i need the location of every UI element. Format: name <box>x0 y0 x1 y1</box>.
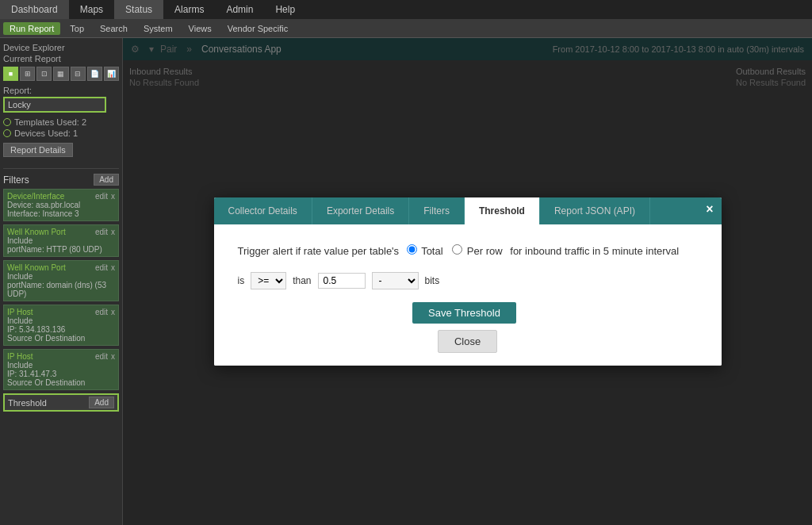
filter-edit-2[interactable]: edit <box>95 263 108 272</box>
top-button[interactable]: Top <box>63 22 90 35</box>
trigger-text-2: for inbound traffic in 5 minute interval <box>510 245 679 257</box>
devices-used: Devices Used: 1 <box>14 128 78 138</box>
current-report-label: Current Report <box>3 54 119 63</box>
filter-line1-0: Device: asa.pbr.local <box>7 201 115 209</box>
top-nav: Dashboard Maps Status Alarms Admin Help <box>0 0 812 19</box>
radio-group: Total Per row <box>407 245 506 257</box>
filter-line2-2: portName: domain (dns) (53 UDP) <box>7 281 115 298</box>
icon-btn-6[interactable]: 📄 <box>87 67 102 81</box>
radio-per-row[interactable] <box>452 244 462 255</box>
views-button[interactable]: Views <box>182 22 218 35</box>
filter-block-0: Device/Interface edit x Device: asa.pbr.… <box>3 189 119 221</box>
threshold-label: Threshold <box>8 398 47 408</box>
nav-item-help[interactable]: Help <box>264 0 306 19</box>
filter-block-1: Well Known Port edit x Include portName:… <box>3 224 119 257</box>
filter-remove-3[interactable]: x <box>111 308 115 316</box>
radio-total-label[interactable]: Total <box>407 245 446 257</box>
icon-btn-7[interactable]: 📊 <box>104 67 119 81</box>
condition-operator-select[interactable]: >= <= > < = <box>251 272 286 289</box>
filter-block-4: IP Host edit x Include IP: 31.41.47.3 So… <box>3 349 119 390</box>
filter-title-1: Well Known Port <box>7 228 66 236</box>
devices-circle <box>3 129 11 137</box>
icon-btn-5[interactable]: ⊟ <box>71 67 86 81</box>
save-threshold-button[interactable]: Save Threshold <box>412 302 516 324</box>
modal-close-button[interactable]: × <box>706 202 713 217</box>
filter-line2-1: portName: HTTP (80 UDP) <box>7 245 115 254</box>
nav-item-status[interactable]: Status <box>114 0 163 19</box>
filter-remove-4[interactable]: x <box>111 352 115 361</box>
report-input[interactable] <box>3 97 106 113</box>
radio-total[interactable] <box>407 244 417 255</box>
tab-report-json[interactable]: Report JSON (API) <box>540 197 650 224</box>
filter-line1-1: Include <box>7 236 115 245</box>
modal-header: Collector Details Exporter Details Filte… <box>214 197 722 224</box>
tab-exporter-details[interactable]: Exporter Details <box>312 197 409 224</box>
filter-line1-2: Include <box>7 272 115 281</box>
filter-edit-0[interactable]: edit <box>95 192 108 201</box>
threshold-section: Threshold Add <box>3 393 119 412</box>
radio-total-text: Total <box>421 245 442 257</box>
condition-value-input[interactable] <box>318 273 366 289</box>
icon-btn-3[interactable]: ⊡ <box>36 67 52 81</box>
filters-add-button[interactable]: Add <box>94 174 119 186</box>
tab-filters[interactable]: Filters <box>409 197 465 224</box>
filter-block-3: IP Host edit x Include IP: 5.34.183.136 … <box>3 305 119 346</box>
device-explorer-label: Device Explorer <box>3 41 119 54</box>
modal: Collector Details Exporter Details Filte… <box>214 197 722 366</box>
condition-than-label: than <box>293 275 311 286</box>
filter-title-0: Device/Interface <box>7 192 64 201</box>
nav-item-dashboard[interactable]: Dashboard <box>0 0 69 19</box>
condition-is-label: is <box>238 275 245 286</box>
radio-per-row-text: Per row <box>467 245 503 257</box>
filter-title-4: IP Host <box>7 352 33 361</box>
templates-circle <box>3 118 11 126</box>
modal-body: Trigger alert if rate value per table's … <box>214 224 722 366</box>
condition-unit-select[interactable]: - bits bytes kbits mbits <box>372 272 419 289</box>
threshold-add-button[interactable]: Add <box>89 397 114 408</box>
filter-line3-4: Source Or Destination <box>7 378 115 387</box>
filter-edit-3[interactable]: edit <box>95 308 108 316</box>
filters-title: Filters <box>3 174 29 186</box>
modal-header-wrapper: Collector Details Exporter Details Filte… <box>214 197 722 224</box>
search-button[interactable]: Search <box>94 22 134 35</box>
filter-line1-3: Include <box>7 316 115 325</box>
report-label: Report: <box>3 86 119 95</box>
trigger-description: Trigger alert if rate value per table's … <box>238 243 698 259</box>
templates-used: Templates Used: 2 <box>14 117 86 127</box>
tab-threshold[interactable]: Threshold <box>465 197 540 224</box>
content-area: ⚙ ▾ Pair » Conversations App From 2017-1… <box>123 38 812 525</box>
condition-row: is >= <= > < = than - bits <box>238 272 698 289</box>
vendor-specific-button[interactable]: Vendor Specific <box>221 22 294 35</box>
trigger-text-1: Trigger alert if rate value per table's <box>238 245 400 257</box>
filter-edit-1[interactable]: edit <box>95 228 108 236</box>
filter-line1-4: Include <box>7 361 115 370</box>
filter-remove-0[interactable]: x <box>111 192 115 201</box>
filter-edit-4[interactable]: edit <box>95 352 108 361</box>
filter-line2-4: IP: 31.41.47.3 <box>7 370 115 378</box>
report-details-button[interactable]: Report Details <box>3 143 73 157</box>
radio-per-row-label[interactable]: Per row <box>452 245 505 257</box>
modal-overlay: Collector Details Exporter Details Filte… <box>123 38 812 525</box>
condition-bits-label: bits <box>425 275 440 286</box>
filter-block-2: Well Known Port edit x Include portName:… <box>3 260 119 301</box>
run-report-button[interactable]: Run Report <box>3 22 60 35</box>
filter-remove-2[interactable]: x <box>111 263 115 272</box>
nav-item-admin[interactable]: Admin <box>215 0 264 19</box>
icon-btn-4[interactable]: ▦ <box>53 67 68 81</box>
sidebar: Device Explorer Current Report ■ ⊞ ⊡ ▦ ⊟… <box>0 38 123 525</box>
filter-line2-0: Interface: Instance 3 <box>7 209 115 218</box>
filter-remove-1[interactable]: x <box>111 228 115 236</box>
icon-btn-1[interactable]: ■ <box>3 67 18 81</box>
filter-title-2: Well Known Port <box>7 263 66 272</box>
nav-item-alarms[interactable]: Alarms <box>163 0 215 19</box>
close-modal-button[interactable]: Close <box>438 330 497 353</box>
nav-item-maps[interactable]: Maps <box>69 0 114 19</box>
filter-line2-3: IP: 5.34.183.136 <box>7 325 115 334</box>
toolbar: Run Report Top Search System Views Vendo… <box>0 19 812 38</box>
filter-title-3: IP Host <box>7 308 33 316</box>
icon-btn-2[interactable]: ⊞ <box>20 67 35 81</box>
tab-collector-details[interactable]: Collector Details <box>214 197 312 224</box>
filter-line3-3: Source Or Destination <box>7 334 115 343</box>
system-button[interactable]: System <box>137 22 179 35</box>
